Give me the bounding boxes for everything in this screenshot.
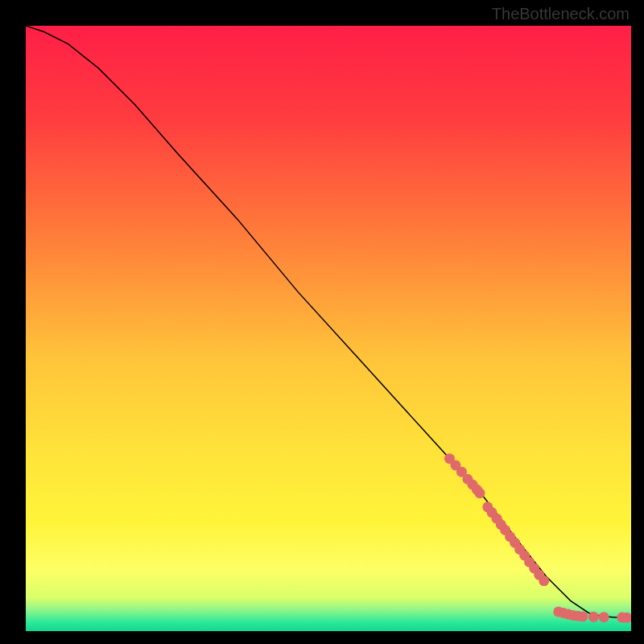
scatter-point [588, 612, 599, 622]
scatter-point [539, 576, 549, 586]
scatter-point [599, 612, 609, 622]
plot-svg [26, 26, 631, 631]
gradient-background [26, 26, 631, 631]
plot-area [26, 26, 631, 631]
watermark-text: TheBottleneck.com [492, 5, 630, 23]
scatter-point [475, 488, 485, 498]
scatter-point [577, 611, 588, 621]
